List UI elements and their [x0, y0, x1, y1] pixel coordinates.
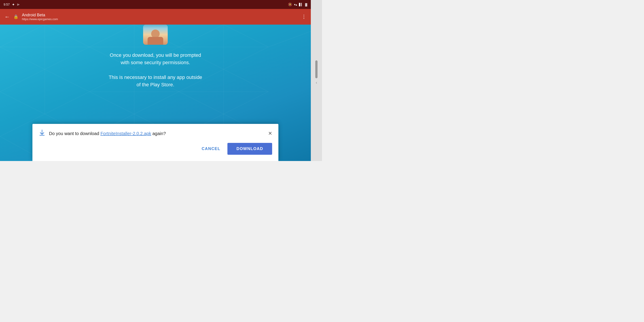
scrollbar-thumb[interactable]: [315, 60, 318, 78]
svg-line-0: [0, 24, 45, 47]
signal-icon: ▋▎: [299, 3, 304, 6]
cancel-button[interactable]: CANCEL: [198, 144, 224, 154]
logo-icon-1: ✦: [12, 2, 15, 7]
svg-line-1: [45, 24, 90, 47]
svg-line-13: [224, 24, 268, 47]
status-bar: 9:57 ✦ ⊳ 🔕 ▾▴ ▋▎ ▓: [0, 0, 311, 9]
info-line-1: Once you download, you will be prompted …: [109, 52, 202, 66]
download-dialog: Do you want to download FortniteInstalle…: [32, 124, 278, 161]
svg-line-21: [45, 92, 90, 114]
app-thumbnail: [143, 24, 168, 45]
svg-line-19: [0, 69, 45, 92]
svg-line-31: [224, 69, 268, 92]
status-time: 9:57: [4, 3, 10, 6]
svg-line-22: [0, 92, 45, 114]
svg-line-2: [45, 47, 90, 69]
svg-line-32: [224, 92, 268, 114]
filename-link[interactable]: FortniteInstaller-2.0.2.apk: [100, 131, 151, 136]
svg-line-33: [179, 92, 224, 114]
svg-line-20: [45, 69, 90, 92]
collapse-arrow[interactable]: ‹: [316, 80, 317, 85]
svg-line-6: [90, 24, 134, 47]
svg-line-14: [224, 47, 268, 69]
dialog-header: Do you want to download FortniteInstalle…: [39, 129, 272, 138]
browser-title: Android Beta: [22, 13, 298, 18]
browser-bar: ← 🔒 Android Beta https://www.epicgames.c…: [0, 9, 311, 24]
scrollbar-track: ‹: [311, 0, 322, 161]
download-arrow-icon: [39, 129, 46, 138]
browser-url[interactable]: https://www.epicgames.com: [22, 18, 298, 21]
dialog-actions: CANCEL DOWNLOAD: [39, 143, 272, 155]
more-options-button[interactable]: ⋮: [302, 14, 306, 20]
battery-icon: ▓: [305, 3, 307, 6]
svg-line-26: [134, 92, 179, 114]
info-text: Once you download, you will be prompted …: [104, 52, 206, 88]
info-line-2: This is necessary to install any app out…: [109, 74, 202, 88]
download-button[interactable]: DOWNLOAD: [228, 143, 272, 155]
logo-icon-2: ⊳: [17, 3, 20, 6]
close-dialog-button[interactable]: ✕: [268, 130, 272, 136]
svg-line-3: [0, 47, 45, 69]
notification-off-icon: 🔕: [288, 2, 292, 6]
back-button[interactable]: ←: [4, 14, 10, 20]
lock-icon: 🔒: [14, 14, 18, 19]
main-content-area: Once you download, you will be prompted …: [0, 24, 311, 161]
dialog-question-text: Do you want to download FortniteInstalle…: [49, 130, 264, 137]
wifi-icon: ▾▴: [294, 3, 297, 6]
url-block: Android Beta https://www.epicgames.com: [22, 13, 298, 21]
svg-line-12: [179, 24, 224, 47]
svg-line-27: [90, 92, 134, 114]
svg-line-18: [268, 31, 311, 47]
